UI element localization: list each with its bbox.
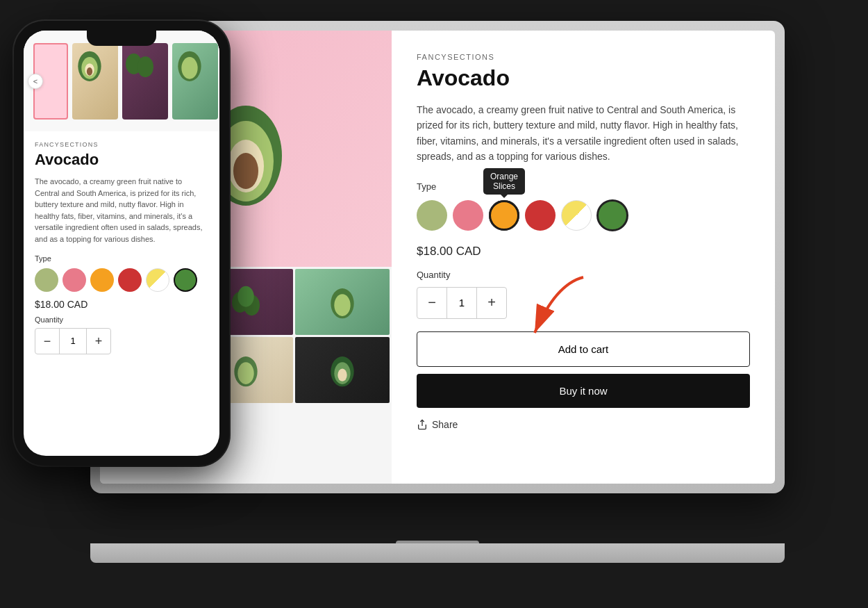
phone-swatch-pink[interactable]: [62, 268, 86, 292]
phone-thumb-3[interactable]: [172, 43, 218, 120]
phone-increase-qty-button[interactable]: +: [87, 329, 110, 354]
phone-type-label: Type: [35, 254, 208, 263]
phone-decrease-qty-button[interactable]: −: [35, 329, 59, 354]
phone-swatch-red[interactable]: [118, 268, 142, 292]
product-description: The avocado, a creamy green fruit native…: [417, 102, 750, 165]
swatch-pink[interactable]: [453, 200, 483, 231]
phone-device: <: [14, 21, 229, 466]
phone-notch: [87, 31, 156, 46]
brand-label: FANCYSECTIONS: [417, 53, 750, 61]
svg-point-31: [181, 57, 197, 79]
phone-product-description: The avocado, a creamy green fruit native…: [35, 176, 208, 245]
thumbnail-3[interactable]: [295, 269, 390, 335]
phone-swatch-sage[interactable]: [35, 268, 58, 292]
phone-quantity-value: 1: [59, 329, 87, 354]
phone-brand-label: FANCYSECTIONS: [35, 141, 208, 148]
phone-quantity-label: Quantity: [35, 315, 208, 324]
phone-thumb-1[interactable]: [72, 43, 118, 120]
swatch-yellow[interactable]: [561, 200, 592, 231]
phone-thumb-2[interactable]: [122, 43, 168, 120]
phone-screen: <: [24, 31, 219, 456]
swatch-orange[interactable]: [489, 200, 519, 231]
share-icon: [417, 419, 428, 430]
buy-it-now-button[interactable]: Buy it now: [417, 374, 750, 408]
product-info-panel: FANCYSECTIONS Avocado The avocado, a cre…: [392, 31, 775, 484]
type-label: Type: [417, 181, 750, 192]
decrease-qty-button[interactable]: −: [417, 288, 446, 318]
increase-qty-button[interactable]: +: [477, 288, 506, 318]
phone-prev-button[interactable]: <: [28, 74, 43, 89]
share-label: Share: [432, 419, 458, 430]
phone-product-info: FANCYSECTIONS Avocado The avocado, a cre…: [24, 131, 219, 456]
phone-product-title: Avocado: [35, 151, 208, 169]
chevron-left-icon: <: [33, 77, 37, 85]
phone-quantity-control: − 1 +: [35, 328, 111, 354]
svg-point-21: [337, 368, 347, 381]
thumbnail-6[interactable]: [295, 337, 390, 403]
product-title: Avocado: [417, 65, 750, 91]
phone-product-price: $18.00 CAD: [35, 299, 208, 310]
swatch-tooltip: OrangeSlices: [483, 168, 525, 195]
phone-swatch-orange[interactable]: [90, 268, 114, 292]
color-swatches: OrangeSlices: [417, 200, 750, 231]
swatch-orange-wrap: OrangeSlices: [489, 200, 519, 231]
share-button[interactable]: Share: [417, 419, 458, 430]
svg-point-29: [137, 56, 153, 77]
laptop-base: [90, 543, 785, 563]
svg-point-3: [233, 153, 258, 189]
product-price: $18.00 CAD: [417, 245, 750, 258]
svg-point-10: [237, 286, 253, 306]
svg-point-18: [237, 362, 253, 384]
swatch-sage[interactable]: [417, 200, 447, 231]
quantity-value: 1: [446, 288, 477, 318]
phone-swatch-green[interactable]: [174, 268, 197, 292]
svg-point-12: [334, 294, 350, 316]
quantity-label: Quantity: [417, 270, 750, 280]
quantity-control: − 1 +: [417, 287, 507, 319]
phone-swatch-yellow[interactable]: [146, 268, 169, 292]
svg-point-27: [87, 67, 92, 76]
phone-color-swatches: [35, 268, 208, 292]
swatch-green[interactable]: [597, 200, 628, 231]
add-to-cart-button[interactable]: Add to cart: [417, 331, 750, 367]
swatch-red[interactable]: [525, 200, 556, 231]
